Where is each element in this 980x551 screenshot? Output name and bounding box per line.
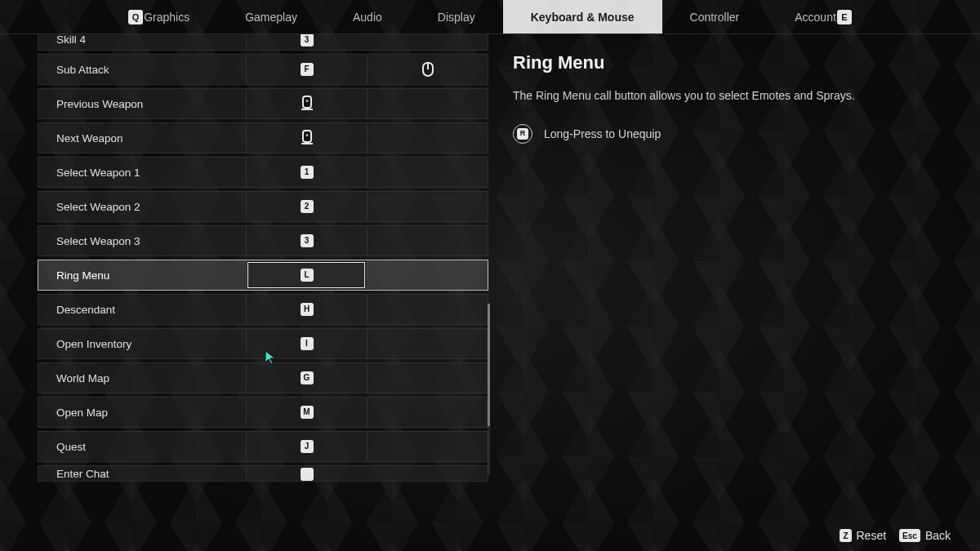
keybind-label: Ring Menu bbox=[38, 260, 246, 290]
keybind-primary-slot[interactable]: M bbox=[246, 398, 367, 427]
tab-next-key-icon: E bbox=[837, 10, 852, 24]
keybind-secondary-slot[interactable] bbox=[367, 398, 488, 427]
hint-text: Long-Press to Unequip bbox=[544, 127, 661, 140]
keybind-row[interactable]: Select Weapon 33 bbox=[38, 225, 488, 256]
keycap-icon: G bbox=[301, 371, 314, 384]
keycap-icon: F bbox=[301, 63, 314, 76]
keybind-primary-slot[interactable]: 3 bbox=[246, 34, 367, 47]
keybind-secondary-slot[interactable] bbox=[367, 432, 488, 461]
keybind-secondary-slot[interactable] bbox=[367, 466, 488, 468]
tab-graphics[interactable]: Graphics bbox=[116, 0, 217, 33]
keycap-icon: I bbox=[301, 337, 314, 350]
keybind-list: Skill 43Sub AttackFPrevious WeaponNext W… bbox=[0, 34, 490, 520]
reset-button[interactable]: Z Reset bbox=[840, 529, 886, 542]
keybind-label: Select Weapon 2 bbox=[38, 192, 246, 221]
keycap-icon: 3 bbox=[301, 234, 314, 247]
keybind-secondary-slot[interactable] bbox=[367, 363, 488, 393]
keybind-label: Select Weapon 1 bbox=[38, 158, 246, 187]
keybind-row[interactable]: World MapG bbox=[38, 362, 488, 393]
keybind-label: Quest bbox=[38, 432, 246, 461]
keybind-label: Descendant bbox=[38, 295, 246, 324]
keybind-label: Previous Weapon bbox=[38, 89, 246, 118]
keybind-label: Enter Chat bbox=[38, 466, 246, 480]
keycap-icon: 3 bbox=[301, 34, 314, 47]
back-label: Back bbox=[925, 529, 951, 542]
footer-bar: Z Reset Esc Back bbox=[0, 520, 980, 551]
keycap-icon: 1 bbox=[301, 166, 314, 179]
keybind-row[interactable]: Select Weapon 11 bbox=[38, 157, 488, 188]
tab-gameplay[interactable]: Gameplay bbox=[217, 0, 325, 33]
keybind-label: Sub Attack bbox=[38, 55, 246, 84]
keycap-icon: L bbox=[301, 269, 314, 282]
back-button[interactable]: Esc Back bbox=[899, 529, 951, 542]
keybind-secondary-slot[interactable] bbox=[367, 158, 488, 187]
keybind-row[interactable]: DescendantH bbox=[38, 294, 488, 325]
scrollbar[interactable] bbox=[488, 304, 490, 475]
keybind-secondary-slot[interactable] bbox=[367, 55, 488, 84]
back-key-icon: Esc bbox=[899, 529, 920, 542]
tab-controller[interactable]: Controller bbox=[662, 0, 768, 33]
keycap-icon: H bbox=[301, 303, 314, 316]
keycap-icon: 2 bbox=[301, 200, 314, 213]
keycap-icon bbox=[301, 468, 314, 481]
scrollbar-thumb[interactable] bbox=[488, 304, 490, 426]
keybind-label: Skill 4 bbox=[38, 34, 246, 46]
keybind-primary-slot[interactable]: G bbox=[246, 363, 367, 393]
keybind-row[interactable]: Previous Weapon bbox=[38, 88, 488, 119]
keybind-primary-slot[interactable]: F bbox=[246, 55, 367, 84]
detail-description: The Ring Menu call button allows you to … bbox=[513, 88, 951, 104]
keycap-icon: M bbox=[301, 406, 314, 419]
keybind-primary-slot[interactable] bbox=[246, 89, 367, 118]
keybind-label: World Map bbox=[38, 363, 246, 393]
keybind-row[interactable]: Enter Chat bbox=[38, 465, 488, 482]
tab-audio[interactable]: Audio bbox=[325, 0, 410, 33]
keybind-primary-slot[interactable]: 3 bbox=[246, 226, 367, 256]
keybind-label: Select Weapon 3 bbox=[38, 226, 246, 256]
keycap-icon: J bbox=[301, 440, 314, 453]
keybind-primary-slot[interactable]: I bbox=[246, 329, 367, 358]
keybind-secondary-slot[interactable] bbox=[367, 226, 488, 256]
hint-key-icon: R bbox=[513, 124, 532, 144]
keybind-label: Next Weapon bbox=[38, 123, 246, 153]
unequip-hint: R Long-Press to Unequip bbox=[513, 124, 951, 144]
detail-title: Ring Menu bbox=[513, 52, 951, 73]
main-content: Skill 43Sub AttackFPrevious WeaponNext W… bbox=[0, 34, 980, 520]
keybind-secondary-slot[interactable] bbox=[367, 89, 488, 118]
keybind-row[interactable]: Open InventoryI bbox=[38, 328, 488, 359]
keybind-label: Open Map bbox=[38, 398, 246, 427]
keybind-primary-slot[interactable]: L bbox=[246, 260, 367, 290]
mouse-wheel-icon bbox=[301, 131, 313, 144]
keybind-row[interactable]: Open MapM bbox=[38, 397, 488, 428]
keybind-primary-slot[interactable]: 2 bbox=[246, 192, 367, 221]
keybind-secondary-slot[interactable] bbox=[367, 260, 488, 290]
reset-key-icon: Z bbox=[840, 529, 851, 542]
keybind-primary-slot[interactable] bbox=[246, 466, 367, 481]
keybind-row[interactable]: Select Weapon 22 bbox=[38, 191, 488, 222]
keybind-secondary-slot[interactable] bbox=[367, 295, 488, 324]
keybind-secondary-slot[interactable] bbox=[367, 329, 488, 358]
keybind-row[interactable]: Sub AttackF bbox=[38, 54, 488, 85]
keybind-primary-slot[interactable]: J bbox=[246, 432, 367, 461]
reset-label: Reset bbox=[857, 529, 887, 542]
keybind-secondary-slot[interactable] bbox=[367, 123, 488, 153]
tab-keyboard-mouse[interactable]: Keyboard & Mouse bbox=[503, 0, 662, 33]
keybind-label: Open Inventory bbox=[38, 329, 246, 358]
keybind-row[interactable]: QuestJ bbox=[38, 431, 488, 462]
tab-display[interactable]: Display bbox=[410, 0, 503, 33]
mouse-icon bbox=[422, 62, 434, 77]
mouse-wheel-icon bbox=[301, 97, 313, 110]
settings-tabbar: Q GraphicsGameplayAudioDisplayKeyboard &… bbox=[0, 0, 980, 34]
keybind-row[interactable]: Ring MenuL bbox=[38, 260, 488, 291]
keybind-primary-slot[interactable] bbox=[246, 123, 367, 153]
keybind-secondary-slot[interactable] bbox=[367, 192, 488, 221]
keybind-row[interactable]: Next Weapon bbox=[38, 122, 488, 153]
detail-panel: Ring Menu The Ring Menu call button allo… bbox=[490, 34, 980, 520]
keybind-row[interactable]: Skill 43 bbox=[38, 34, 488, 51]
keybind-primary-slot[interactable]: H bbox=[246, 295, 367, 324]
keybind-primary-slot[interactable]: 1 bbox=[246, 158, 367, 187]
